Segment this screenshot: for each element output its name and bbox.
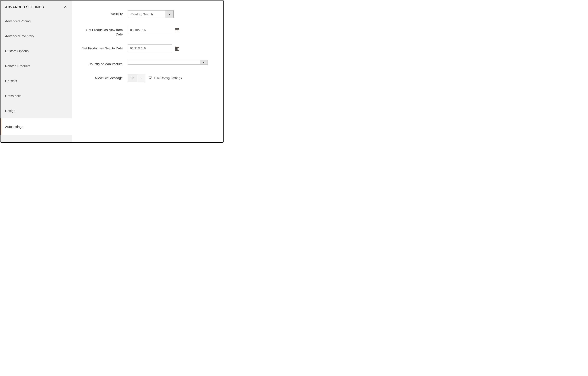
calendar-icon (174, 27, 179, 33)
row-gift: Allow Gift Message No Use Config Setting… (78, 74, 222, 82)
calendar-icon (174, 46, 179, 51)
sidebar-item-advanced-inventory[interactable]: Advanced Inventory (0, 29, 72, 44)
row-new-from: Set Product as New from Date (78, 26, 222, 37)
sidebar-item-cross-sells[interactable]: Cross-sells (0, 88, 72, 103)
sidebar-header-title: ADVANCED SETTINGS (5, 5, 44, 9)
settings-panel: ADVANCED SETTINGS Advanced Pricing Advan… (0, 0, 224, 143)
chevron-down-icon (203, 62, 205, 63)
sidebar-item-label: Up-sells (5, 79, 17, 83)
svg-rect-3 (178, 28, 178, 29)
row-new-to: Set Product as New to Date (78, 44, 222, 52)
row-country: Country of Manufacture (78, 60, 222, 66)
country-toggle[interactable] (200, 60, 208, 64)
svg-rect-14 (176, 46, 176, 47)
svg-rect-4 (175, 30, 176, 30)
gift-select: No (128, 74, 145, 82)
chevron-up-icon (64, 6, 67, 9)
new-from-input[interactable] (128, 26, 172, 34)
svg-rect-23 (178, 49, 178, 50)
visibility-toggle[interactable] (166, 11, 173, 18)
label-new-to: Set Product as New to Date (78, 44, 128, 51)
new-from-calendar-button[interactable] (174, 27, 179, 33)
chevron-down-icon (140, 78, 142, 79)
svg-rect-21 (176, 49, 177, 50)
visibility-value: Catalog, Search (128, 11, 166, 18)
sidebar-item-label: Related Products (5, 64, 30, 68)
use-config-checkbox-wrap: Use Config Settings (149, 76, 182, 80)
sidebar-item-label: Custom Options (5, 49, 29, 53)
label-visibility: Visibility (78, 10, 128, 16)
svg-rect-9 (176, 31, 177, 31)
new-to-calendar-button[interactable] (174, 46, 179, 51)
label-gift: Allow Gift Message (78, 74, 128, 80)
sidebar-item-up-sells[interactable]: Up-sells (0, 74, 72, 88)
svg-rect-6 (177, 30, 178, 30)
country-select[interactable] (128, 60, 208, 64)
sidebar-item-related-products[interactable]: Related Products (0, 59, 72, 74)
gift-toggle (137, 74, 145, 82)
use-config-label: Use Config Settings (154, 76, 182, 80)
sidebar-header[interactable]: ADVANCED SETTINGS (0, 0, 72, 14)
gift-value: No (128, 74, 137, 82)
check-icon (149, 77, 152, 79)
svg-rect-5 (176, 30, 177, 30)
visibility-select[interactable]: Catalog, Search (128, 10, 174, 18)
svg-rect-2 (176, 28, 176, 29)
svg-rect-16 (175, 48, 176, 49)
label-country: Country of Manufacture (78, 60, 128, 66)
chevron-down-icon (169, 14, 171, 15)
row-visibility: Visibility Catalog, Search (78, 10, 222, 18)
sidebar-item-label: Cross-sells (5, 94, 21, 98)
svg-rect-7 (178, 30, 178, 30)
main-form: Visibility Catalog, Search Set Product a… (72, 0, 223, 142)
sidebar-item-design[interactable]: Design (0, 103, 72, 118)
sidebar: ADVANCED SETTINGS Advanced Pricing Advan… (0, 0, 72, 142)
country-value (128, 60, 200, 64)
sidebar-items: Advanced Pricing Advanced Inventory Cust… (0, 14, 72, 135)
sidebar-item-label: Design (5, 109, 15, 113)
svg-rect-15 (178, 46, 178, 47)
sidebar-item-label: Autosettings (5, 125, 23, 129)
sidebar-item-autosettings[interactable]: Autosettings (0, 118, 72, 135)
sidebar-item-advanced-pricing[interactable]: Advanced Pricing (0, 14, 72, 29)
svg-rect-20 (175, 49, 176, 50)
svg-rect-22 (177, 49, 178, 50)
svg-rect-17 (176, 48, 177, 49)
svg-rect-18 (177, 48, 178, 49)
sidebar-item-label: Advanced Pricing (5, 19, 31, 23)
sidebar-item-custom-options[interactable]: Custom Options (0, 44, 72, 59)
use-config-checkbox[interactable] (149, 76, 152, 80)
svg-rect-8 (175, 31, 176, 31)
svg-rect-11 (178, 31, 178, 31)
svg-rect-10 (177, 31, 178, 31)
new-to-input[interactable] (128, 44, 172, 52)
svg-rect-19 (178, 48, 178, 49)
label-new-from: Set Product as New from Date (78, 26, 128, 37)
sidebar-item-label: Advanced Inventory (5, 34, 34, 38)
